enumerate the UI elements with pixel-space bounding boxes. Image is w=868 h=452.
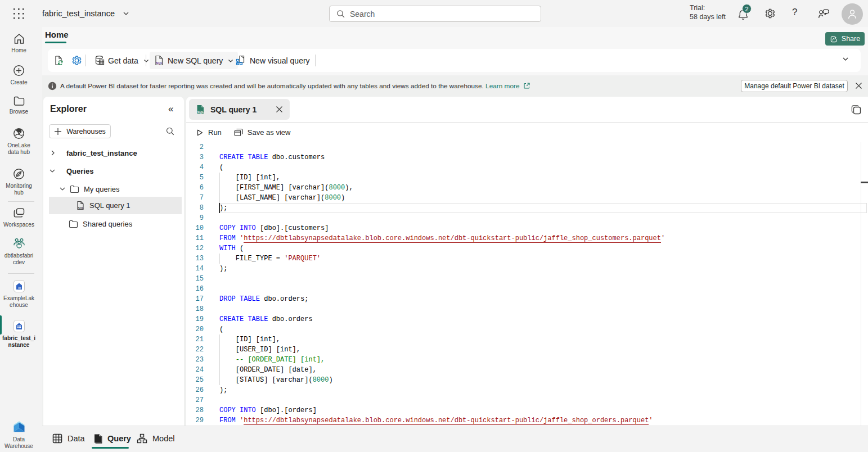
- svg-text:SQL: SQL: [78, 206, 84, 210]
- svg-text:SQL: SQL: [156, 61, 163, 65]
- svg-text:SQL: SQL: [197, 110, 204, 114]
